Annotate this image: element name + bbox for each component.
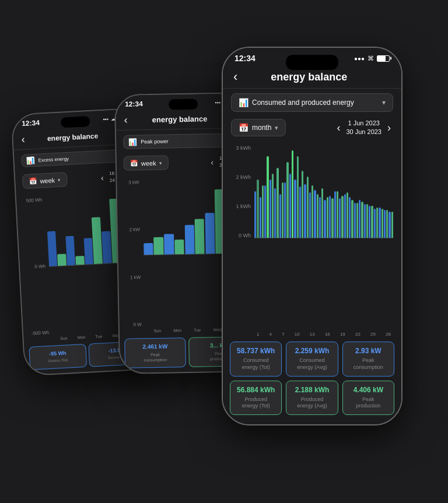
time-front: 12:34 (235, 54, 256, 63)
stat-value-f2: 2.93 kW (348, 347, 389, 355)
dynamic-island-mid (168, 99, 197, 110)
chart-icon-mid: 📊 (128, 138, 137, 146)
title-front: energy balance (242, 71, 376, 83)
calendar-icon-mid: 📅 (130, 159, 138, 167)
stat-label-f4: Producedenergy (Avg) (291, 396, 332, 410)
stat-card-f1: 2.259 kWh Consumedenergy (Avg) (286, 342, 338, 376)
dropdown-label-front: Consumed and produced energy (252, 99, 354, 107)
signal-bars-front: ●●● (354, 55, 365, 62)
stat-card-f0: 58.737 kWh Consumedenergy (Tot) (230, 342, 282, 376)
stat-value-f4: 2.188 kWh (291, 386, 332, 394)
stat-card-mid-0: 2.461 kW Peakconsumption (124, 337, 186, 368)
title-mid: energy balance (132, 114, 227, 125)
prev-arrow-front[interactable]: ‹ (334, 122, 342, 134)
x-labels-front: 1 4 7 10 13 16 19 22 25 28 (231, 330, 393, 337)
back-btn-left[interactable]: ‹ (21, 133, 25, 146)
date-range-front: 1 Jun 2023 30 Jun 2023 (346, 119, 382, 137)
signal-icon-mid: ▪▪▪ (215, 100, 220, 105)
time-left: 12:34 (22, 119, 40, 128)
stat-card-0: -95 Wh Excess (Tot) (29, 344, 87, 370)
calendar-icon-left: 📅 (29, 177, 37, 185)
period-label-left: week (40, 177, 55, 184)
time-mid: 12:34 (125, 100, 143, 108)
chart-icon-left: 📊 (26, 156, 35, 165)
stat-value-f0: 58.737 kWh (235, 347, 276, 355)
dropdown-row-front: 📊 Consumed and produced energy ▾ (223, 89, 401, 117)
date-nav-front: ‹ 1 Jun 2023 30 Jun 2023 › (334, 119, 393, 137)
stat-card-f3: 56.884 kWh Producedenergy (Tot) (230, 381, 282, 415)
period-label-front: month (252, 124, 271, 132)
title-left: energy balance (29, 131, 116, 143)
phone-front: 12:34 ●●● ⌘ ‹ energy balance 📊 Consumed … (222, 47, 402, 425)
date-row-front: 📅 month ▾ ‹ 1 Jun 2023 30 Jun 2023 › (223, 117, 401, 142)
wifi-icon-front: ⌘ (368, 55, 374, 62)
dropdown-label-mid: Peak power (141, 138, 169, 145)
period-label-mid: week (141, 159, 156, 166)
chart-area-front: 3 kWh 2 kWh 1 kWh 0 Wh (223, 142, 401, 338)
stat-label-0: Excess (Tot) (34, 358, 81, 365)
stat-card-f4: 2.188 kWh Producedenergy (Avg) (286, 381, 338, 415)
dynamic-island-left (61, 116, 90, 128)
period-select-front[interactable]: 📅 month ▾ (231, 119, 286, 136)
stat-value-f3: 56.884 kWh (235, 386, 276, 394)
stats-grid-front: 58.737 kWh Consumedenergy (Tot) 2.259 kW… (223, 338, 401, 424)
stat-value-f5: 4.406 kW (348, 386, 389, 394)
stat-value-f1: 2.259 kWh (291, 347, 332, 355)
stat-label-f1: Consumedenergy (Avg) (291, 357, 332, 371)
y-labels-front: 3 kWh 2 kWh 1 kWh 0 Wh (231, 145, 254, 238)
prev-arrow-left[interactable]: ‹ (98, 173, 106, 182)
stat-label-f0: Consumedenergy (Tot) (235, 357, 276, 371)
back-btn-mid[interactable]: ‹ (124, 114, 127, 126)
calendar-icon-front: 📅 (239, 123, 249, 132)
stat-value-0: -95 Wh (34, 350, 81, 358)
stat-label-f3: Producedenergy (Tot) (235, 396, 276, 410)
dropdown-label-left: Excess energy (38, 156, 69, 163)
stat-card-f5: 4.406 kW Peakproduction (342, 381, 394, 415)
chevron-front: ▾ (382, 99, 386, 107)
chart-type-dropdown-front[interactable]: 📊 Consumed and produced energy ▾ (231, 93, 393, 112)
notch-front: 12:34 ●●● ⌘ (223, 48, 401, 66)
y-labels-mid: 3 kW 2 kW 1 kW 0 W (124, 180, 145, 327)
stat-card-f2: 2.93 kW Peakconsumption (342, 342, 394, 376)
signal-icon-left: ▪▪▪ (103, 116, 108, 122)
stat-label-f2: Peakconsumption (348, 357, 389, 371)
date-line1-front: 1 Jun 2023 (348, 119, 380, 126)
stat-value-mid-0: 2.461 kW (130, 343, 180, 350)
next-arrow-front[interactable]: › (385, 122, 393, 134)
chart-icon-front: 📊 (239, 98, 249, 107)
scene: 12:34 ▪▪▪ ☁ ‹ energy balance 📊 Excess en… (0, 0, 448, 503)
battery-icon-front (377, 55, 390, 62)
back-btn-front[interactable]: ‹ (233, 69, 237, 85)
bars-front (254, 145, 393, 238)
period-select-mid[interactable]: 📅 week ▾ (124, 155, 169, 170)
dynamic-island-front (286, 55, 338, 70)
stat-label-mid-0: Peakconsumption (130, 351, 181, 363)
date-line2-front: 30 Jun 2023 (346, 128, 382, 135)
prev-arrow-mid[interactable]: ‹ (208, 157, 216, 167)
period-select-left[interactable]: 📅 week ▾ (22, 172, 68, 189)
stat-label-f5: Peakproduction (348, 396, 389, 410)
